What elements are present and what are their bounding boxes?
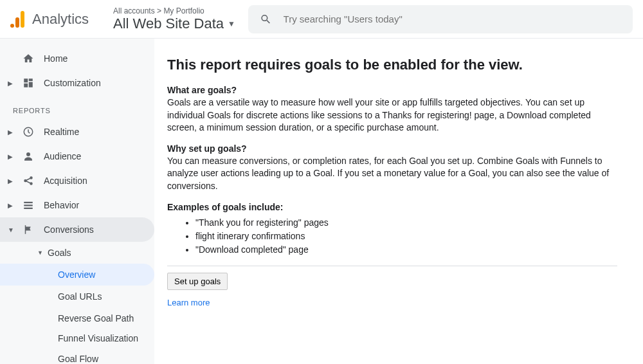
nav-overview[interactable]: Overview	[0, 264, 154, 286]
svg-point-4	[26, 152, 30, 156]
share-icon	[22, 175, 35, 187]
view-selector: All Web Site Data ▼	[113, 15, 235, 32]
svg-rect-9	[24, 205, 33, 206]
svg-rect-0	[21, 11, 24, 28]
dashboard-icon	[22, 77, 35, 89]
why-heading: Why set up goals?	[167, 143, 617, 154]
nav-behavior[interactable]: ▶ Behavior	[0, 193, 154, 217]
sidebar: Home ▶ Customization REPORTS ▶ Realtime …	[0, 39, 154, 364]
chevron-right-icon: ▶	[8, 153, 13, 160]
chevron-down-icon: ▼	[8, 226, 13, 233]
person-icon	[22, 150, 35, 162]
search-icon	[260, 13, 272, 26]
nav-reverse-goal-path[interactable]: Reverse Goal Path	[0, 307, 154, 329]
chevron-right-icon: ▶	[8, 177, 13, 185]
search-bar[interactable]	[248, 5, 633, 33]
breadcrumb: All accounts > My Portfolio	[113, 6, 235, 15]
chevron-right-icon: ▶	[8, 202, 13, 209]
nav-customization[interactable]: ▶ Customization	[0, 71, 154, 95]
list-item: "Download completed" page	[195, 243, 617, 257]
nav-goal-flow[interactable]: Goal Flow	[0, 348, 154, 364]
examples-list: "Thank you for registering" pages flight…	[195, 216, 617, 257]
chevron-right-icon: ▶	[8, 129, 13, 136]
logo[interactable]: Analytics	[10, 11, 113, 28]
reports-header: REPORTS	[0, 95, 154, 120]
nav-conversions[interactable]: ▼ Conversions	[0, 217, 154, 242]
chevron-right-icon: ▶	[8, 80, 13, 87]
account-selector[interactable]: All accounts > My Portfolio All Web Site…	[113, 6, 235, 32]
nav-realtime[interactable]: ▶ Realtime	[0, 120, 154, 144]
why-text: You can measure conversions, or completi…	[167, 155, 617, 193]
flag-icon	[22, 224, 35, 235]
list-item: "Thank you for registering" pages	[195, 216, 617, 230]
chevron-down-icon: ▼	[228, 19, 235, 28]
svg-point-5	[24, 180, 26, 182]
analytics-logo-icon	[10, 11, 26, 28]
chevron-down-icon: ▼	[37, 250, 44, 256]
brand-text: Analytics	[32, 11, 89, 28]
list-item: flight itinerary confirmations	[195, 230, 617, 243]
what-text: Goals are a versatile way to measure how…	[167, 96, 617, 134]
svg-rect-1	[15, 17, 19, 28]
setup-goals-button[interactable]: Set up goals	[167, 273, 228, 290]
content-area: This report requires goals to be enabled…	[154, 39, 643, 364]
svg-rect-10	[24, 208, 33, 209]
examples-heading: Examples of goals include:	[167, 202, 617, 212]
page-title: This report requires goals to be enabled…	[167, 57, 617, 73]
list-icon	[22, 199, 35, 211]
nav-acquisition[interactable]: ▶ Acquisition	[0, 168, 154, 193]
svg-point-6	[30, 177, 32, 179]
divider	[167, 266, 617, 266]
svg-point-2	[10, 24, 14, 28]
nav-home[interactable]: Home	[0, 46, 154, 71]
svg-rect-8	[24, 202, 33, 203]
nav-goals[interactable]: ▼ Goals	[0, 242, 154, 264]
nav-audience[interactable]: ▶ Audience	[0, 144, 154, 168]
top-header: Analytics All accounts > My Portfolio Al…	[0, 0, 643, 39]
svg-point-7	[30, 183, 32, 185]
nav-funnel-visualization[interactable]: Funnel Visualization	[0, 329, 154, 348]
clock-icon	[22, 126, 35, 138]
nav-goal-urls[interactable]: Goal URLs	[0, 286, 154, 307]
search-input[interactable]	[284, 14, 621, 24]
home-icon	[22, 53, 35, 64]
learn-more-link[interactable]: Learn more	[167, 298, 210, 307]
what-heading: What are goals?	[167, 85, 617, 95]
